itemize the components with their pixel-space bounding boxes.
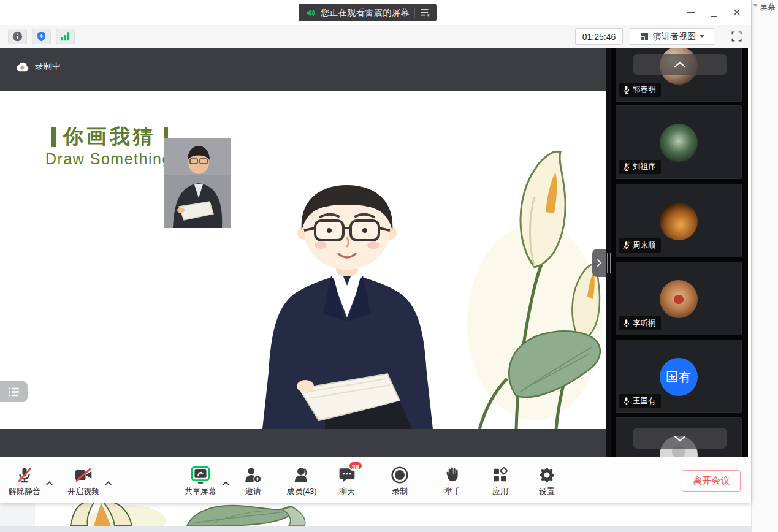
signal-bars-icon [60,32,71,41]
participant-nametag: 李昕桐 [619,316,661,330]
chat-label: 聊天 [324,486,370,497]
share-screen-button[interactable]: 共享屏幕 [177,457,224,497]
participant-tile[interactable]: 李昕桐 [616,262,742,335]
recording-indicator: 录制中 [16,61,61,72]
slide-title-cn-text: 你画我猜 [63,123,156,151]
start-video-button[interactable]: 开启视频 [60,457,107,497]
share-options-caret[interactable] [222,477,230,488]
apps-label: 应用 [477,486,524,497]
unmute-label: 解除静音 [1,486,48,497]
banner-text: 您正在观看雷震的屏幕 [321,7,410,18]
minimize-button[interactable] [682,6,698,20]
members-label: 成员(43) [274,486,329,497]
lily-artwork-bottom [35,503,403,526]
participant-name: 王国有 [633,396,656,406]
banner-menu-icon[interactable] [420,8,430,17]
raise-hand-icon [444,466,460,484]
settings-button[interactable]: 设置 [524,457,570,497]
sidebar-collapse-handle[interactable] [592,249,606,277]
share-screen-label: 共享屏幕 [177,486,224,497]
avatar [660,280,698,318]
chevron-down-icon [674,435,686,442]
members-button[interactable]: 成员(43) [274,457,329,497]
raise-hand-label: 举手 [429,486,476,497]
record-button[interactable]: 录制 [376,457,423,497]
gear-icon [538,466,555,484]
presenter-photo [164,138,231,228]
cloud-recording-icon [16,62,29,72]
settings-label: 设置 [524,486,570,497]
titlebar: 您正在观看雷震的屏幕 ✕ [0,0,751,25]
participant-tile[interactable]: 刘祖序 [616,105,742,179]
mic-options-caret[interactable] [45,477,53,488]
maximize-button[interactable] [706,6,722,20]
chevron-down-icon [700,35,704,38]
fullscreen-icon [731,31,742,42]
participant-name: 李昕桐 [633,318,656,329]
chevron-right-icon [597,259,602,267]
chevron-down-icon [753,4,758,7]
layout-icon [639,32,649,42]
cartoon-presenter-illustration [233,170,461,429]
speaker-green-icon [305,7,316,18]
security-button[interactable] [32,29,51,44]
view-mode-dropdown[interactable]: 演讲者视图 [630,28,714,45]
close-icon: ✕ [733,8,741,18]
background-taskbar-strip [0,526,751,532]
main-stage: 录制中 你画我猜 Draw Something [0,48,606,457]
bottom-toolbar: 解除静音 开启视频 [0,457,751,503]
scroll-down-button[interactable] [633,428,727,449]
timer-value: 01:25:46 [582,32,616,42]
chat-button[interactable]: 39 聊天 [324,457,370,497]
fullscreen-button[interactable] [727,28,746,45]
mic-muted-icon [622,241,631,250]
record-label: 录制 [376,486,423,497]
camera-off-icon [74,467,93,483]
slide-title-cn: 你画我猜 [51,123,168,151]
recording-label: 录制中 [35,61,61,72]
minimize-icon [687,12,695,13]
maximize-icon [711,10,717,17]
shield-plus-icon [36,31,47,42]
background-window-right: 屏幕 [751,0,778,532]
invite-label: 邀请 [230,486,276,497]
participant-name: 周来顺 [633,240,656,251]
avatar [660,124,698,162]
participant-tile[interactable]: 周来顺 [616,184,742,257]
list-icon [8,387,20,397]
chat-unread-badge: 39 [348,461,363,471]
mic-on-icon [622,85,631,94]
invite-button[interactable]: 邀请 [230,457,276,497]
invite-person-icon [244,466,262,484]
chevron-up-icon [674,61,686,68]
unmute-button[interactable]: 解除静音 [1,457,48,497]
video-options-caret[interactable] [104,477,112,488]
participant-tile[interactable]: 国有 王国有 [616,340,742,413]
avatar-detail [674,295,684,304]
apps-button[interactable]: 应用 [477,457,524,497]
watching-banner[interactable]: 您正在观看雷震的屏幕 [299,4,437,21]
title-bar-left [51,127,56,147]
banner-divider [414,8,415,18]
participant-nametag: 王国有 [619,394,661,408]
avatar-initials: 国有 [666,369,692,386]
participants-sidebar: 郭春明 刘祖序 [611,48,748,457]
meeting-window: 您正在观看雷震的屏幕 ✕ [0,0,751,503]
mic-muted-icon [16,466,33,484]
raise-hand-button[interactable]: 举手 [429,457,476,497]
meeting-info-list-button[interactable] [0,381,28,402]
scroll-up-button[interactable] [633,54,727,75]
network-quality-button[interactable] [56,29,75,44]
members-icon [293,466,310,484]
leave-meeting-button[interactable]: 离开会议 [682,470,741,492]
meeting-app: 屏幕 您正在观看雷震的屏幕 [0,0,778,532]
leave-meeting-label: 离开会议 [693,475,730,487]
shared-screen-content: 你画我猜 Draw Something [0,91,606,429]
meeting-info-button[interactable] [8,29,27,44]
participant-nametag: 刘祖序 [619,160,661,174]
top-toolbar: 01:25:46 演讲者视图 [0,25,751,48]
background-desktop-strip [0,503,751,532]
mic-muted-icon [622,162,631,172]
close-button[interactable]: ✕ [729,6,745,20]
share-screen-icon [191,466,210,484]
